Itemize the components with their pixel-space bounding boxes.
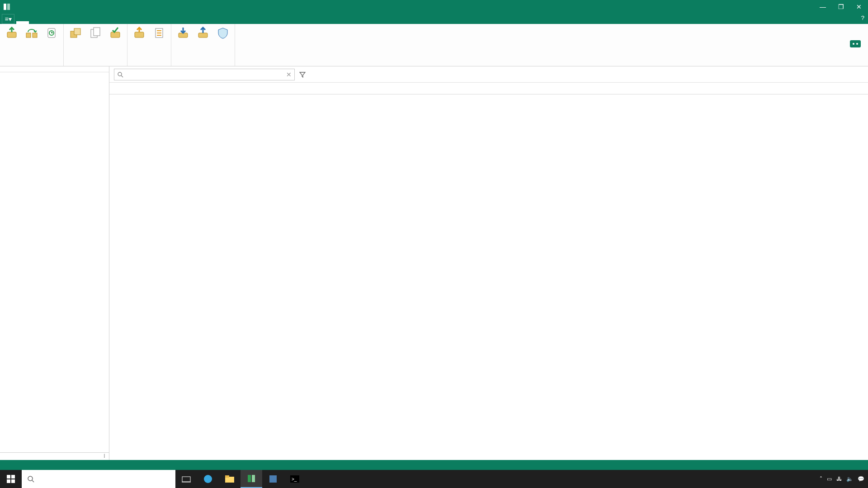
taskbar-app-veeam[interactable] — [241, 470, 262, 488]
taskbar-app-4[interactable] — [262, 470, 284, 488]
search-input[interactable] — [126, 71, 286, 78]
filter-all-jobs[interactable] — [299, 71, 308, 78]
svg-point-32 — [204, 475, 212, 483]
svg-rect-27 — [11, 479, 15, 483]
restore-button[interactable] — [129, 24, 149, 65]
taskbar-app-terminal[interactable]: >_ — [284, 470, 306, 488]
tray-chevron-icon[interactable]: ˄ — [820, 476, 822, 482]
maximize-button[interactable]: ❐ — [832, 0, 850, 13]
svg-rect-0 — [4, 4, 6, 10]
main-panel: ✕ — [109, 66, 868, 460]
svg-rect-11 — [111, 32, 120, 38]
help-icon[interactable]: ? — [861, 14, 864, 21]
nav-tree — [0, 72, 109, 452]
task-view-button[interactable] — [175, 470, 197, 488]
svg-rect-14 — [157, 30, 161, 31]
search-box[interactable]: ✕ — [114, 69, 295, 80]
windows-taskbar: >_ ˄ ▭ 🖧 🔈 💬 — [0, 470, 868, 488]
tray-icon[interactable]: ▭ — [827, 476, 832, 482]
minimize-button[interactable]: — — [814, 0, 832, 13]
ribbon-tabs: ≡▾ ? — [0, 13, 868, 24]
svg-rect-16 — [157, 35, 161, 36]
export-backup-button[interactable] — [193, 24, 213, 65]
svg-point-28 — [28, 476, 33, 481]
ribbon-group-actions — [171, 24, 235, 66]
breadcrumb — [0, 66, 109, 72]
svg-rect-1 — [7, 4, 10, 10]
svg-rect-15 — [157, 33, 161, 33]
close-button[interactable]: ✕ — [850, 0, 868, 13]
taskbar-search[interactable] — [22, 470, 175, 488]
svg-point-22 — [118, 72, 122, 76]
table-header — [109, 83, 868, 94]
svg-rect-19 — [850, 40, 861, 47]
filter-icon — [299, 71, 306, 78]
ribbon — [0, 24, 868, 66]
titlebar: — ❐ ✕ — [0, 0, 868, 13]
cdp-policy-button[interactable] — [42, 24, 61, 65]
backup-job-button[interactable] — [2, 24, 22, 65]
svg-rect-26 — [7, 479, 10, 483]
svg-point-20 — [853, 43, 854, 45]
nav-collapse-icon[interactable]: ⁞ — [0, 453, 109, 460]
app-icon — [3, 2, 12, 11]
ribbon-group-restore — [127, 24, 171, 66]
svg-rect-3 — [26, 33, 31, 38]
file-menu-button[interactable]: ≡▾ — [2, 14, 14, 24]
security-compliance-button[interactable] — [213, 24, 233, 65]
svg-line-23 — [121, 75, 123, 77]
svg-rect-24 — [7, 475, 10, 479]
tray-notifications-icon[interactable]: 💬 — [858, 476, 864, 482]
clear-search-icon[interactable]: ✕ — [286, 71, 292, 78]
svg-rect-34 — [225, 475, 229, 478]
svg-rect-2 — [7, 32, 16, 38]
ribbon-right — [843, 24, 868, 66]
ribbon-group-secondary-jobs — [64, 24, 127, 66]
svg-text:>_: >_ — [292, 477, 297, 482]
system-tray[interactable]: ˄ ▭ 🖧 🔈 💬 — [820, 476, 868, 482]
veeam-ai-button[interactable] — [849, 38, 862, 49]
svg-rect-25 — [11, 475, 15, 479]
svg-rect-36 — [252, 475, 255, 482]
start-button[interactable] — [0, 470, 22, 488]
backup-copy-button[interactable] — [66, 24, 85, 65]
surebackup-job-button[interactable] — [105, 24, 125, 65]
svg-rect-12 — [135, 32, 144, 38]
statusbar — [0, 460, 868, 470]
svg-rect-4 — [33, 33, 37, 38]
svg-rect-30 — [182, 477, 190, 482]
svg-rect-35 — [248, 475, 251, 482]
ribbon-group-primary-jobs — [0, 24, 64, 66]
svg-rect-8 — [74, 28, 80, 35]
svg-rect-37 — [269, 475, 277, 483]
search-icon — [117, 71, 123, 78]
tray-volume-icon[interactable]: 🔈 — [846, 476, 853, 482]
replication-job-button[interactable] — [22, 24, 42, 65]
svg-rect-10 — [94, 28, 100, 36]
svg-line-29 — [32, 480, 34, 482]
svg-rect-18 — [198, 33, 208, 38]
taskbar-app-explorer[interactable] — [219, 470, 241, 488]
taskbar-app-edge[interactable] — [197, 470, 219, 488]
copy-job-button[interactable] — [85, 24, 105, 65]
tray-network-icon[interactable]: 🖧 — [836, 476, 842, 482]
sidebar: ⁞ — [0, 66, 109, 460]
failover-plan-button[interactable] — [149, 24, 169, 65]
svg-point-21 — [856, 43, 858, 45]
import-backup-button[interactable] — [173, 24, 193, 65]
searchbar: ✕ — [109, 66, 868, 83]
